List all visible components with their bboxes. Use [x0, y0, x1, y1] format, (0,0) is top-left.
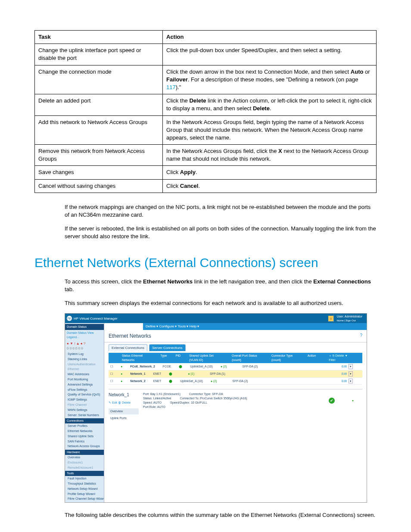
edit-link[interactable]: Edit — [342, 379, 347, 383]
nav-item[interactable]: Ethernet Networks — [65, 429, 104, 434]
nav-item[interactable]: sFlow Settings — [65, 387, 104, 392]
nav-item[interactable]: Users/Authentication — [65, 362, 104, 367]
nav-item[interactable]: Server: Serial Numbers — [65, 413, 104, 418]
nav-item[interactable]: Tools — [65, 471, 104, 476]
para-nic-note: If the network mappings are changed on t… — [34, 203, 377, 219]
detail-pane: Network_1 ✎ Edit 🗑 Delete Overview Uplin… — [109, 389, 362, 422]
nav-item[interactable]: Network Setup Wizard — [65, 486, 104, 492]
table-tools[interactable]: ＋ ⎘ Delete ▼ Filter — [329, 354, 352, 362]
nav-item[interactable]: Enclosure1 — [65, 460, 104, 465]
nav-item[interactable]: Fibre Channel — [65, 402, 104, 408]
app-screenshot: hp HP Virtual Connect Manager ⌂ User: Ad… — [65, 313, 367, 503]
nav-item[interactable]: SAN Fabrics — [65, 439, 104, 444]
nav-item[interactable]: Fibre Channel Setup Wizard — [65, 496, 104, 501]
nav-item[interactable]: Fault Injection — [65, 476, 104, 481]
app-title: HP Virtual Connect Manager — [74, 316, 118, 321]
page-link[interactable]: 117 — [166, 84, 176, 90]
para-reboot-note: If the server is rebooted, the link is e… — [34, 225, 377, 240]
left-nav: Domain Status Domain Status View Legend.… — [65, 323, 104, 502]
action-dropdown-icon[interactable]: ▾ — [349, 379, 353, 384]
table-row: Add this network to Network Access Group… — [35, 115, 377, 145]
nav-item[interactable]: Shared Uplink Sets — [65, 434, 104, 439]
domain-status-legend[interactable]: Domain Status View Legend... — [65, 330, 104, 340]
nav-item[interactable]: RemoteEnclosure1 — [65, 465, 104, 470]
nav-item[interactable]: Connections — [65, 418, 104, 423]
table-row: Save changes Click Apply. — [35, 166, 377, 179]
table-row: Change the connection mode Click the dow… — [35, 65, 377, 94]
para-following-table: The following table describes the column… — [34, 511, 377, 519]
action-dropdown-icon[interactable]: ▾ — [349, 364, 353, 369]
detail-uplink-tab[interactable]: Uplink Ports — [109, 414, 139, 422]
nav-item[interactable]: MAC Addresses — [65, 372, 104, 377]
edit-link[interactable]: Edit — [342, 372, 347, 376]
status-dot-icon: ● — [352, 398, 354, 403]
nav-item[interactable]: Ethernet — [65, 367, 104, 372]
table-header-row: Status Ethernet Networks Type PID Shared… — [109, 353, 362, 363]
network-row[interactable]: ☐●Network_2 ENET⬤ UplinkSet_A (10) ● (2)… — [109, 378, 362, 385]
nav-item[interactable]: Throughput Statistics — [65, 481, 104, 486]
nav-item[interactable]: Advanced Settings — [65, 382, 104, 387]
action-dropdown-icon[interactable]: ▾ — [349, 371, 353, 376]
domain-status-header: Domain Status — [65, 324, 104, 330]
user-label: User: Administrator — [336, 314, 362, 319]
th-task: Task — [35, 31, 163, 44]
nav-item[interactable]: Profile Setup Wizard — [65, 492, 104, 497]
nav-item[interactable]: Port Monitoring — [65, 377, 104, 382]
th-action: Action — [163, 31, 377, 44]
page-title: Ethernet Networks ? — [104, 330, 367, 343]
tab-external-connections[interactable]: External Connections — [109, 344, 147, 351]
app-titlebar: hp HP Virtual Connect Manager ⌂ User: Ad… — [65, 314, 367, 323]
table-row: Change the uplink interface port speed o… — [35, 44, 377, 65]
nav-item[interactable]: Overview — [65, 455, 104, 460]
nav-item[interactable]: Quality of Service (QoS) — [65, 392, 104, 397]
network-row-selected[interactable]: ☐●Network_1 ENET⬤ ● (1) SFP-DA (1) Edit▾ — [109, 370, 362, 378]
detail-overview-tab[interactable]: Overview — [109, 408, 139, 414]
detail-edit-delete[interactable]: ✎ Edit 🗑 Delete — [109, 401, 139, 405]
nav-item[interactable]: Server Profiles — [65, 423, 104, 429]
task-action-table: Task Action Change the uplink interface … — [34, 30, 377, 193]
nav-item[interactable]: Stacking Links — [65, 357, 104, 362]
nav-item[interactable]: Network Access Groups — [65, 444, 104, 449]
table-row: Remove this network from Network Access … — [35, 145, 377, 166]
help-icon[interactable]: ? — [360, 333, 362, 339]
detail-title: Network_1 — [109, 392, 139, 398]
network-row[interactable]: ☐●FCoE_Network_2 FCOE⬤ UplinkSet_A (10) … — [109, 363, 362, 370]
hp-logo-icon: hp — [67, 316, 72, 321]
status-ok-icon: ✔ — [329, 398, 335, 404]
main-menu-bar[interactable]: Define ▾ Configure ▾ Tools ▾ Help ▾ — [143, 323, 367, 330]
tab-server-connections[interactable]: Server Connections — [149, 344, 185, 351]
user-sublinks[interactable]: Home | Sign Out — [336, 319, 362, 322]
section-heading: Ethernet Networks (External Connections)… — [34, 254, 377, 272]
para-access: To access this screen, click the Etherne… — [34, 278, 377, 293]
table-row: Delete an added port Click the Delete li… — [35, 94, 377, 115]
para-summary: This summary screen displays the externa… — [34, 299, 377, 307]
home-icon[interactable]: ⌂ — [328, 316, 334, 321]
edit-link[interactable]: Edit — [342, 364, 347, 369]
nav-item[interactable]: WWN Settings — [65, 408, 104, 413]
nav-item[interactable]: Hardware — [65, 450, 104, 455]
nav-item[interactable]: System Log — [65, 352, 104, 357]
nav-item[interactable]: IGMP Settings — [65, 397, 104, 402]
status-icons-row: ● ▼ ! ▲ ● ? 0 0 0 0 0 0 — [65, 340, 104, 352]
table-row: Cancel without saving changes Click Canc… — [35, 179, 377, 193]
